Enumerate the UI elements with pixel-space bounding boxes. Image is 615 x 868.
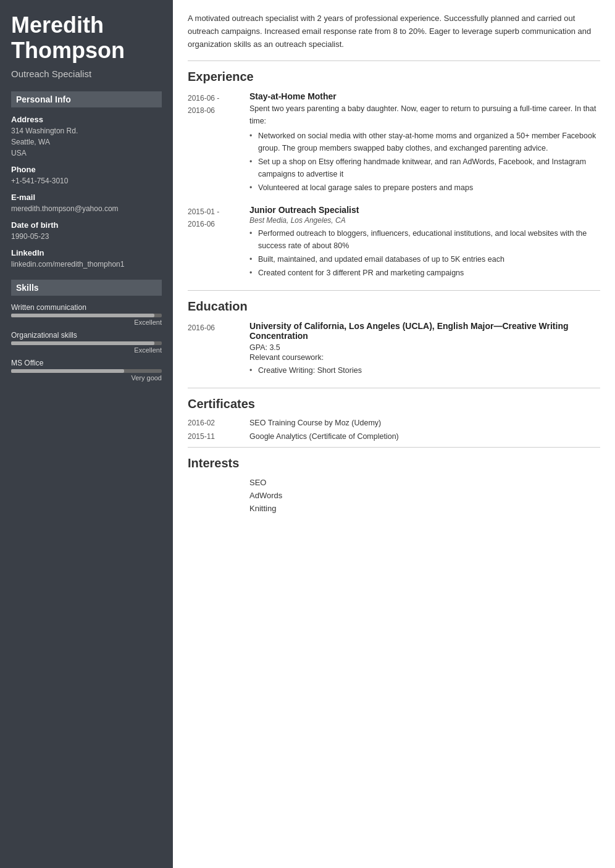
certificates-container: 2016-02 SEO Training Course by Moz (Udem… xyxy=(188,419,600,441)
interests-container: SEOAdWordsKnitting xyxy=(188,478,600,513)
skill-level: Excellent xyxy=(11,346,162,354)
bullet-item: Built, maintained, and updated email dat… xyxy=(249,253,600,265)
summary-text: A motivated outreach specialist with 2 y… xyxy=(188,12,600,51)
skill-bar-bg xyxy=(11,369,162,373)
certificate-row: 2016-02 SEO Training Course by Moz (Udem… xyxy=(188,419,600,427)
skill-level: Very good xyxy=(11,374,162,382)
phone-value: +1-541-754-3010 xyxy=(11,175,162,186)
experience-container: 2016-06 -2018-06 Stay-at-Home Mother Spe… xyxy=(188,91,600,280)
skill-item: MS Office Very good xyxy=(11,359,162,382)
bullet-item: Performed outreach to bloggers, influenc… xyxy=(249,227,600,252)
address-block: Address 314 Washington Rd. Seattle, WA U… xyxy=(11,115,162,159)
experience-entry: 2016-06 -2018-06 Stay-at-Home Mother Spe… xyxy=(188,91,600,195)
entry-date: 2016-06 xyxy=(188,321,249,378)
candidate-name: MeredithThompson xyxy=(11,12,162,64)
dob-block: Date of birth 1990-05-23 xyxy=(11,220,162,242)
skill-name: MS Office xyxy=(11,359,162,367)
skills-header: Skills xyxy=(11,280,162,296)
interests-section-title: Interests xyxy=(188,456,600,470)
skill-bar-bg xyxy=(11,341,162,345)
address-label: Address xyxy=(11,115,162,124)
certificate-row: 2015-11 Google Analytics (Certificate of… xyxy=(188,432,600,441)
skill-bar-bg xyxy=(11,314,162,317)
education-section-title: Education xyxy=(188,299,600,314)
sidebar: MeredithThompson Outreach Specialist Per… xyxy=(0,0,173,868)
interest-item: Knitting xyxy=(188,504,600,513)
skill-item: Organizational skills Excellent xyxy=(11,331,162,354)
education-container: 2016-06 University of California, Los An… xyxy=(188,321,600,378)
cert-date: 2016-02 xyxy=(188,419,249,427)
bullet-item: Volunteered at local garage sales to pre… xyxy=(249,182,600,194)
skill-bar-fill xyxy=(11,369,124,373)
skill-item: Written communication Excellent xyxy=(11,303,162,326)
education-entry: 2016-06 University of California, Los An… xyxy=(188,321,600,378)
email-label: E-mail xyxy=(11,193,162,202)
entry-date: 2015-01 -2016-06 xyxy=(188,205,249,280)
email-block: E-mail meredith.thompson@yahoo.com xyxy=(11,193,162,214)
phone-label: Phone xyxy=(11,165,162,174)
bullet-item: Created content for 3 different PR and m… xyxy=(249,267,600,279)
skill-level: Excellent xyxy=(11,319,162,326)
education-coursework-label: Relevant coursework: xyxy=(249,353,600,362)
entry-desc: Spent two years parenting a baby daughte… xyxy=(249,102,600,127)
certificates-section-title: Certificates xyxy=(188,397,600,411)
personal-info-header: Personal Info xyxy=(11,91,162,107)
experience-entry: 2015-01 -2016-06 Junior Outreach Special… xyxy=(188,205,600,280)
education-title: University of California, Los Angeles (U… xyxy=(249,321,600,341)
candidate-title: Outreach Specialist xyxy=(11,69,162,79)
cert-name: Google Analytics (Certificate of Complet… xyxy=(249,432,399,441)
dob-label: Date of birth xyxy=(11,220,162,230)
entry-body: Junior Outreach Specialist Best Media, L… xyxy=(249,205,600,280)
bullet-item: Networked on social media with other sta… xyxy=(249,130,600,154)
skill-bar-fill xyxy=(11,341,154,345)
linkedin-label: LinkedIn xyxy=(11,248,162,257)
phone-block: Phone +1-541-754-3010 xyxy=(11,165,162,186)
skill-name: Written communication xyxy=(11,303,162,312)
address-value: 314 Washington Rd. Seattle, WA USA xyxy=(11,125,162,159)
entry-body: Stay-at-Home Mother Spent two years pare… xyxy=(249,91,600,195)
skill-bar-fill xyxy=(11,314,154,317)
entry-date: 2016-06 -2018-06 xyxy=(188,91,249,195)
linkedin-value: linkedin.com/meredith_thomphon1 xyxy=(11,259,162,270)
bullet-item: Set up a shop on Etsy offering handmade … xyxy=(249,156,600,180)
education-gpa: GPA: 3.5 xyxy=(249,343,600,352)
entry-company: Best Media, Los Angeles, CA xyxy=(249,216,600,225)
entry-body: University of California, Los Angeles (U… xyxy=(249,321,600,378)
email-value: meredith.thompson@yahoo.com xyxy=(11,203,162,214)
cert-date: 2015-11 xyxy=(188,432,249,441)
entry-job-title: Stay-at-Home Mother xyxy=(249,91,600,101)
skill-name: Organizational skills xyxy=(11,331,162,340)
dob-value: 1990-05-23 xyxy=(11,231,162,242)
skills-container: Written communication Excellent Organiza… xyxy=(11,303,162,382)
main-content: A motivated outreach specialist with 2 y… xyxy=(173,0,615,868)
interest-item: AdWords xyxy=(188,491,600,500)
experience-section-title: Experience xyxy=(188,70,600,84)
bullet-item: Creative Writing: Short Stories xyxy=(249,364,600,377)
linkedin-block: LinkedIn linkedin.com/meredith_thomphon1 xyxy=(11,248,162,270)
interest-item: SEO xyxy=(188,478,600,487)
cert-name: SEO Training Course by Moz (Udemy) xyxy=(249,419,381,427)
entry-job-title: Junior Outreach Specialist xyxy=(249,205,600,215)
